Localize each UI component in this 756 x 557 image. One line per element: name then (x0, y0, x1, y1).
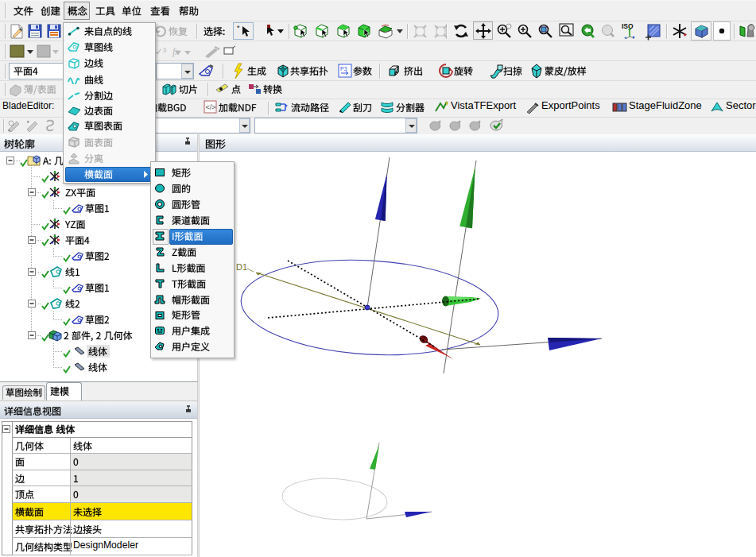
svg-text:D1: D1 (236, 262, 247, 272)
svg-text:✓³: ✓³ (155, 46, 166, 57)
svg-text:ISO: ISO (622, 22, 634, 30)
svg-text:fx: fx (173, 46, 180, 57)
svg-text:*: * (237, 24, 240, 32)
svg-text:</>: </> (206, 103, 216, 111)
svg-text:P3: P3 (340, 66, 347, 72)
